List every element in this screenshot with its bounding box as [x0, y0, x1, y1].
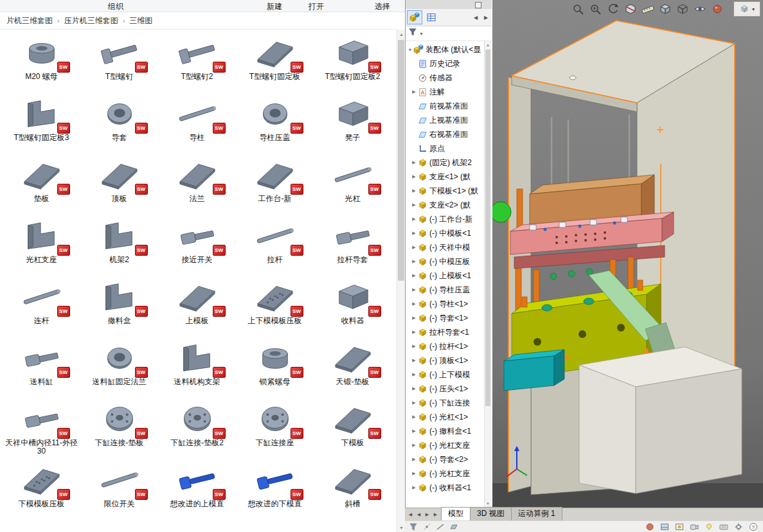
zoom-to-area-icon[interactable] — [588, 2, 604, 16]
file-item[interactable]: SW撒料盒 — [80, 279, 158, 340]
file-item[interactable]: SW收料器 — [314, 279, 391, 340]
file-item[interactable]: SWT型螺钉固定板 — [236, 35, 314, 96]
file-item[interactable]: SW导柱 — [158, 96, 236, 157]
panel-right-arrow-icon[interactable]: ▶ — [481, 12, 490, 23]
file-item[interactable]: SW顶板 — [80, 157, 158, 218]
file-item[interactable]: SW光杠 — [314, 157, 391, 218]
file-item[interactable]: SW拉杆导套 — [314, 218, 391, 279]
tree-expander-icon[interactable]: ▶ — [411, 287, 417, 292]
panel-left-arrow-icon[interactable]: ◀ — [471, 12, 480, 23]
first-sheet-icon[interactable]: ◀ — [407, 512, 414, 517]
file-item[interactable]: SW下缸连接座 — [236, 401, 314, 462]
tree-item[interactable]: ▶(-) 拉杆<1> — [407, 339, 484, 353]
tree-item[interactable]: 历史记录 — [407, 57, 484, 71]
tree-item[interactable]: ▶支座<2> (默 — [407, 198, 484, 212]
tree-scroll-up-icon[interactable]: ▲ — [485, 41, 491, 49]
options-icon[interactable] — [734, 522, 743, 531]
file-item[interactable]: SW法兰 — [158, 157, 236, 218]
file-item[interactable]: SW想改进的下模直 — [236, 462, 314, 523]
file-item[interactable]: SW送料缸 — [3, 340, 80, 401]
green-knob[interactable] — [492, 202, 511, 222]
prev-sheet-icon[interactable]: ◀ — [415, 512, 422, 517]
file-item[interactable]: SW拉杆 — [236, 218, 314, 279]
file-item[interactable]: SW斜槽 — [314, 462, 391, 523]
file-item[interactable]: SW锁紧螺母 — [236, 340, 314, 401]
file-item[interactable]: SW导柱压盖 — [236, 96, 314, 157]
zoom-to-fit-icon[interactable] — [571, 2, 586, 16]
decal-icon[interactable] — [675, 522, 684, 531]
tree-expander-icon[interactable]: ▶ — [411, 443, 417, 448]
filter-dropdown-arrow-icon[interactable]: ▼ — [419, 31, 424, 36]
tree-item[interactable]: 前视基准面 — [407, 99, 484, 113]
tree-expander-icon[interactable]: ▶ — [411, 202, 417, 208]
tree-item[interactable]: ▶(-) 工作台-新 — [407, 212, 484, 226]
tree-item[interactable]: ▶(-) 光杠支座 — [407, 438, 484, 452]
tree-expander-icon[interactable]: ▶ — [411, 231, 417, 236]
tree-item[interactable]: ▶(-) 压头<1> — [407, 382, 484, 396]
tree-item[interactable]: ▶(-) 导柱<1> — [407, 297, 484, 311]
tree-expander-icon[interactable]: ▶ — [411, 457, 417, 462]
tree-expander-icon[interactable]: ▶ — [411, 315, 417, 321]
tree-item[interactable]: 上视基准面 — [407, 113, 484, 127]
breadcrumb-item[interactable]: 压片机三维套图 — [64, 15, 118, 26]
camera-icon[interactable] — [690, 522, 699, 531]
scene-icon[interactable] — [660, 522, 669, 531]
3d-scene[interactable] — [492, 0, 763, 508]
tree-item[interactable]: ▶(-) 撒料盒<1 — [407, 424, 484, 438]
file-item[interactable]: SWT型螺钉 — [80, 35, 158, 96]
filter-funnel-icon[interactable] — [408, 28, 417, 39]
appearance-icon[interactable] — [645, 522, 654, 531]
file-item[interactable]: SW想改进的上模直 — [158, 462, 236, 523]
tree-expander-icon[interactable]: ▶ — [411, 273, 417, 278]
tree-item[interactable]: ▶拉杆导套<1 — [407, 325, 484, 339]
file-item[interactable]: SW上下模模板压板 — [236, 279, 314, 340]
tree-item[interactable]: ▶(-) 光杠支座 — [407, 466, 484, 481]
view-settings-dropdown-button[interactable]: ▾ — [733, 1, 760, 17]
explorer-toolbar-button[interactable]: 新建 — [267, 1, 282, 12]
tree-item[interactable]: 原点 — [407, 141, 484, 155]
section-view-icon[interactable] — [623, 2, 638, 16]
file-item[interactable]: SW凳子 — [314, 96, 391, 157]
filter-vertex-icon[interactable] — [422, 522, 431, 531]
help-icon[interactable]: ? — [749, 522, 758, 531]
tree-item[interactable]: ▶(-) 导套<2> — [407, 452, 484, 466]
select-filter-icon[interactable] — [409, 522, 418, 531]
tree-expander-icon[interactable]: ▶ — [411, 330, 417, 335]
file-item[interactable]: SW工作台-新 — [236, 157, 314, 218]
tree-item[interactable]: 右视基准面 — [407, 127, 484, 141]
tree-item[interactable]: ▶(-) 顶板<1> — [407, 353, 484, 368]
tree-expander-icon[interactable]: ▶ — [411, 188, 417, 193]
file-item[interactable]: SW天锻-垫板 — [314, 340, 391, 401]
filter-edge-icon[interactable] — [436, 522, 445, 531]
tree-item[interactable]: ▶(-) 收料器<1 — [407, 481, 484, 495]
document-tab[interactable]: 模型 — [441, 507, 471, 520]
tree-expander-icon[interactable]: ▶ — [411, 429, 417, 434]
orange-pin[interactable] — [522, 297, 527, 307]
top-hole[interactable] — [570, 76, 576, 80]
file-item[interactable]: SW下模模板压板 — [3, 462, 80, 523]
keyboard-icon[interactable] — [719, 522, 728, 531]
viewport-3d[interactable]: ▾ — [492, 0, 763, 508]
tree-item[interactable]: ▼装配体 (默认<显 — [407, 42, 484, 57]
tree-expander-icon[interactable]: ▶ — [411, 471, 417, 476]
file-item[interactable]: SW机架2 — [80, 218, 158, 279]
tree-item[interactable]: ▶(-) 导套<1> — [407, 311, 484, 325]
tree-item[interactable]: ▶A注解 — [407, 85, 484, 99]
filter-face-icon[interactable] — [449, 522, 458, 531]
document-tab[interactable]: 运动算例 1 — [511, 507, 562, 520]
tree-item[interactable]: ▶(-) 上模板<1 — [407, 269, 484, 283]
file-item[interactable]: SW天祥中槽内径11-外径30 — [3, 401, 80, 462]
file-item[interactable]: SW送料缸固定法兰 — [80, 340, 158, 401]
tree-item[interactable]: ▶(-) 上下模模 — [407, 368, 484, 382]
previous-view-icon[interactable] — [606, 2, 621, 16]
tree-expander-icon[interactable]: ▶ — [411, 301, 417, 306]
teal-block[interactable] — [504, 350, 564, 391]
featuremanager-tab[interactable] — [407, 10, 422, 24]
file-item[interactable]: SW下缸连接-垫板2 — [158, 401, 236, 462]
tree-item[interactable]: ▶(-) 导柱压盖 — [407, 283, 484, 297]
light-icon[interactable] — [705, 522, 714, 531]
file-item[interactable]: SWM20 螺母 — [3, 35, 80, 96]
tree-expander-icon[interactable]: ▶ — [411, 89, 417, 94]
tree-expander-icon[interactable]: ▶ — [411, 217, 417, 222]
explorer-toolbar-button[interactable]: 选择 — [375, 1, 390, 12]
